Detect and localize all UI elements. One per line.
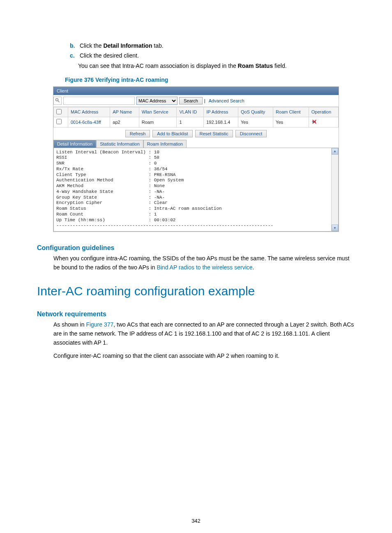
- cell-ip: 192.168.1.4: [204, 117, 238, 127]
- refresh-button[interactable]: Refresh: [125, 130, 150, 137]
- search-bar: MAC Address Search | Advanced Search: [53, 95, 339, 107]
- heading-config-guidelines: Configuration guidelines: [37, 244, 355, 252]
- figure-caption: Figure 376 Verifying intra-AC roaming: [65, 76, 355, 83]
- col-ap[interactable]: AP Name: [110, 107, 139, 117]
- advanced-search-link[interactable]: Advanced Search: [209, 98, 244, 103]
- network-req-para1: As shown in Figure 377, two ACs that eac…: [53, 320, 355, 347]
- step-c-text: Click the desired client.: [80, 52, 139, 59]
- table-row[interactable]: 0014-6c8a-43ff ap2 Roam 1 192.168.1.4 Ye…: [54, 117, 339, 127]
- network-req-para2: Configure inter-AC roaming so that the c…: [53, 352, 355, 361]
- cell-vlan: 1: [177, 117, 204, 127]
- col-roam[interactable]: Roam Client: [273, 107, 309, 117]
- info-tabs: Detail Information Statistic Information…: [53, 140, 339, 148]
- tab-roam-info[interactable]: Roam Information: [143, 140, 187, 148]
- tab-statistic-info[interactable]: Statistic Information: [96, 140, 143, 148]
- disconnect-icon[interactable]: [309, 117, 338, 127]
- cell-mac[interactable]: 0014-6c8a-43ff: [68, 117, 110, 127]
- scroll-up-icon[interactable]: ▲: [332, 148, 338, 155]
- window-titlebar: Client: [53, 87, 339, 95]
- search-input[interactable]: [63, 97, 135, 105]
- config-guidelines-text: When you configure intra-AC roaming, the…: [53, 254, 355, 272]
- link-bind-ap-radios[interactable]: Bind AP radios to the wireless service: [157, 264, 252, 271]
- step-b: b. Click the Detail Information tab.: [70, 41, 355, 51]
- link-figure-377[interactable]: Figure 377: [86, 321, 113, 328]
- cell-qos: Yes: [238, 117, 273, 127]
- col-op[interactable]: Operation: [309, 107, 338, 117]
- client-screenshot: Client MAC Address Search | Advanced Sea…: [53, 86, 339, 232]
- tab-detail-info[interactable]: Detail Information: [53, 140, 96, 148]
- note-line: You can see that Intra-AC roam associati…: [78, 63, 355, 69]
- search-icon: [53, 97, 62, 105]
- row-checkbox[interactable]: [56, 119, 62, 124]
- cell-wlan: Roam: [139, 117, 177, 127]
- svg-point-0: [56, 98, 58, 101]
- search-button[interactable]: Search: [179, 97, 203, 104]
- page-number: 342: [0, 518, 392, 524]
- step-b-letter: b.: [70, 41, 78, 51]
- col-ip[interactable]: IP Address: [204, 107, 238, 117]
- col-wlan[interactable]: Wlan Service: [139, 107, 177, 117]
- step-c: c. Click the desired client.: [70, 51, 355, 61]
- col-mac[interactable]: MAC Address: [68, 107, 110, 117]
- reset-statistic-button[interactable]: Reset Statistic: [195, 130, 233, 137]
- heading-network-req: Network requirements: [37, 311, 355, 318]
- scroll-down-icon[interactable]: ▼: [332, 225, 338, 231]
- action-bar: Refresh Add to Blacklist Reset Statistic…: [53, 127, 339, 140]
- detail-pane: Listen Interval (Beacon Interval) : 10 R…: [53, 148, 339, 232]
- add-blacklist-button[interactable]: Add to Blacklist: [152, 130, 192, 137]
- svg-line-1: [58, 100, 60, 102]
- divider: |: [204, 98, 205, 103]
- col-vlan[interactable]: VLAN ID: [177, 107, 204, 117]
- detail-text: Listen Interval (Beacon Interval) : 10 R…: [56, 150, 336, 229]
- client-table: MAC Address AP Name Wlan Service VLAN ID…: [53, 107, 339, 127]
- step-b-text: Click the Detail Information tab.: [80, 42, 164, 49]
- col-qos[interactable]: QoS Quality: [238, 107, 273, 117]
- cell-ap: ap2: [110, 117, 139, 127]
- step-c-letter: c.: [70, 51, 78, 61]
- disconnect-button[interactable]: Disconnect: [235, 130, 267, 137]
- select-all-checkbox[interactable]: [56, 109, 62, 114]
- search-field-select[interactable]: MAC Address: [136, 97, 178, 105]
- scrollbar[interactable]: ▲ ▼: [331, 148, 338, 232]
- cell-roam: Yes: [273, 117, 309, 127]
- heading-inter-ac: Inter-AC roaming configuration example: [37, 284, 355, 298]
